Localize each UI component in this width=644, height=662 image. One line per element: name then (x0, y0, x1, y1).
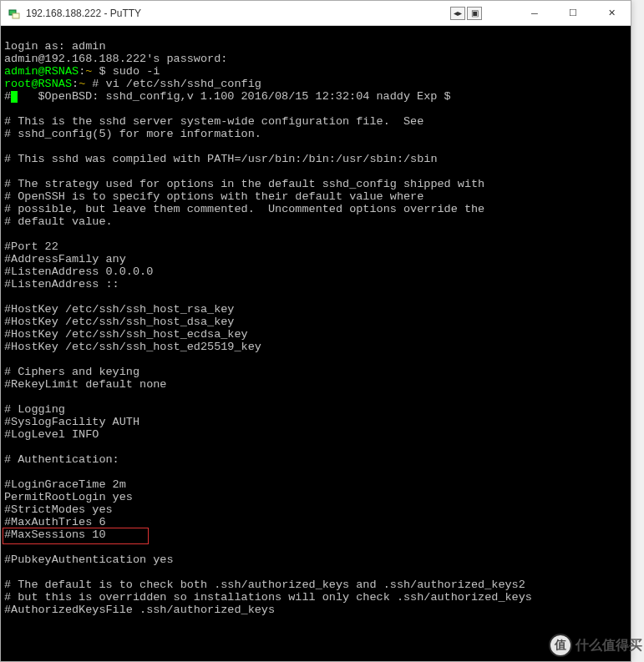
minimize-button[interactable]: ─ (515, 1, 554, 26)
file-line: #HostKey /etc/ssh/ssh_host_ecdsa_key (4, 328, 248, 341)
extra-buttons: ◂▸ ▣ (450, 7, 482, 20)
watermark: 值 什么值得买 (549, 634, 642, 657)
extra-button-2[interactable]: ▣ (467, 7, 482, 20)
file-line: # sshd_config(5) for more information. (4, 128, 261, 140)
close-button[interactable]: ✕ (592, 1, 631, 26)
file-line: #ListenAddress :: (4, 278, 119, 291)
file-line: # Logging (4, 403, 65, 416)
file-line: #HostKey /etc/ssh/ssh_host_ed25519_key (4, 341, 261, 353)
file-line: #SyslogFacility AUTH (4, 416, 139, 428)
password-line: admin@192.168.188.222's password: (4, 53, 227, 65)
file-line: # The strategy used for options in the d… (4, 178, 484, 190)
file-line: #RekeyLimit default none (4, 378, 166, 391)
terminal[interactable]: login as: admin admin@192.168.188.222's … (1, 26, 631, 661)
maximize-button[interactable]: ☐ (554, 1, 592, 26)
titlebar[interactable]: 192.168.188.222 - PuTTY ◂▸ ▣ ─ ☐ ✕ (1, 1, 631, 26)
file-line: # $OpenBSD: sshd_config,v 1.100 2016/08/… (4, 90, 451, 103)
window-controls: ─ ☐ ✕ (515, 1, 631, 26)
file-line: #ListenAddress 0.0.0.0 (4, 265, 153, 278)
permit-root-login-line: PermitRootLogin yes (4, 491, 133, 503)
file-line: # This is the sshd server system-wide co… (4, 115, 423, 128)
file-line: # Authentication: (4, 453, 119, 466)
file-line: #MaxAuthTries 6 (4, 516, 106, 528)
putty-window: 192.168.188.222 - PuTTY ◂▸ ▣ ─ ☐ ✕ login… (0, 0, 631, 662)
file-line: #StrictModes yes (4, 503, 113, 516)
file-line: #MaxSessions 10 (4, 528, 106, 541)
file-line: # The default is to check both .ssh/auth… (4, 579, 525, 591)
file-line: #LogLevel INFO (4, 428, 99, 441)
extra-button-1[interactable]: ◂▸ (450, 7, 465, 20)
file-line: #AuthorizedKeysFile .ssh/authorized_keys (4, 604, 275, 616)
svg-rect-1 (13, 13, 19, 18)
cursor (11, 91, 18, 103)
file-line: #HostKey /etc/ssh/ssh_host_rsa_key (4, 303, 234, 316)
watermark-text: 什么值得买 (576, 637, 642, 654)
file-line: # default value. (4, 215, 113, 228)
prompt-root: root@RSNAS:~ # vi /etc/ssh/sshd_config (4, 78, 261, 90)
file-line: #HostKey /etc/ssh/ssh_host_dsa_key (4, 316, 234, 328)
file-line: #AddressFamily any (4, 253, 126, 265)
window-title: 192.168.188.222 - PuTTY (26, 8, 141, 19)
file-line: #PubkeyAuthentication yes (4, 553, 174, 566)
file-line: # OpenSSH is to specify options with the… (4, 190, 423, 203)
file-line: #LoginGraceTime 2m (4, 478, 126, 491)
login-line: login as: admin (4, 40, 106, 53)
prompt-admin: admin@RSNAS:~ $ sudo -i (4, 65, 160, 78)
watermark-badge: 值 (549, 634, 572, 657)
file-line: # This sshd was compiled with PATH=/usr/… (4, 153, 437, 165)
file-line: #Port 22 (4, 240, 58, 253)
putty-icon (8, 7, 21, 20)
file-line: # Ciphers and keying (4, 366, 139, 378)
file-line: # possible, but leave them commented. Un… (4, 203, 484, 215)
file-line: # but this is overridden so installation… (4, 591, 532, 604)
